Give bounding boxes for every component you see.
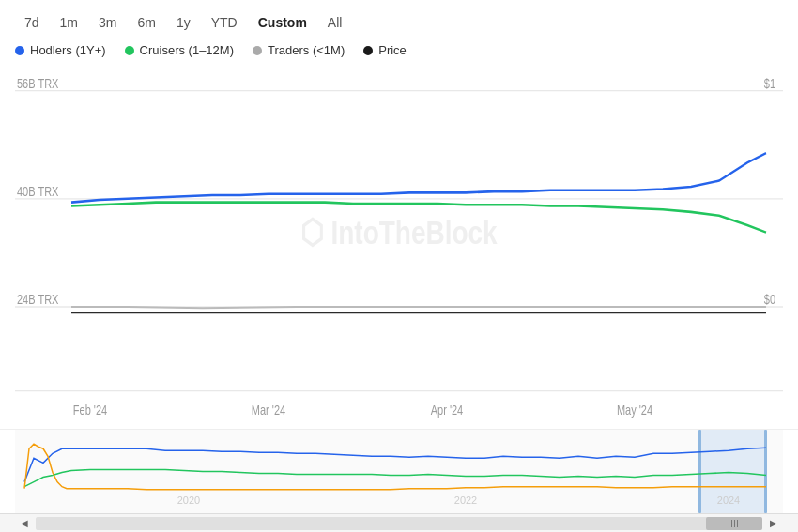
main-chart-svg: ⬡ IntoTheBlock 56B TRX 40B TRX 24B TRX $… (15, 67, 783, 427)
btn-ytd[interactable]: YTD (202, 11, 247, 34)
scroll-right-arrow[interactable]: ▶ (764, 514, 783, 533)
navigator-svg: 2020 2022 2024 (15, 430, 783, 513)
btn-7d[interactable]: 7d (15, 11, 49, 34)
legend-hodlers: Hodlers (1Y+) (15, 43, 106, 57)
price-dot (363, 46, 373, 55)
cruisers-dot (125, 46, 134, 55)
scroll-left-arrow[interactable]: ◀ (15, 514, 34, 533)
btn-all[interactable]: All (318, 11, 352, 34)
btn-6m[interactable]: 6m (128, 11, 164, 34)
svg-text:Feb '24: Feb '24 (73, 403, 107, 418)
legend-traders: Traders (<1M) (253, 43, 345, 57)
time-range-toolbar: 7d 1m 3m 6m 1y YTD Custom All (0, 11, 798, 43)
legend-cruisers: Cruisers (1–12M) (125, 43, 234, 57)
svg-text:2024: 2024 (717, 494, 740, 506)
svg-rect-17 (764, 430, 767, 513)
svg-text:$0: $0 (764, 293, 775, 308)
hodlers-label: Hodlers (1Y+) (30, 43, 106, 57)
svg-text:2020: 2020 (177, 494, 200, 506)
chart-container: 7d 1m 3m 6m 1y YTD Custom All Hodlers (1… (0, 0, 798, 532)
svg-text:24B TRX: 24B TRX (17, 293, 59, 308)
svg-text:2022: 2022 (454, 494, 477, 506)
scroll-track[interactable] (36, 517, 762, 530)
cruisers-label: Cruisers (1–12M) (140, 43, 234, 57)
traders-label: Traders (<1M) (268, 43, 345, 57)
svg-text:$1: $1 (764, 77, 775, 92)
svg-text:⬡ IntoTheBlock: ⬡ IntoTheBlock (300, 214, 497, 251)
scroll-thumb[interactable] (706, 517, 762, 530)
navigator[interactable]: 2020 2022 2024 (0, 429, 798, 513)
svg-text:56B TRX: 56B TRX (17, 77, 59, 92)
svg-text:40B TRX: 40B TRX (17, 185, 59, 200)
btn-1y[interactable]: 1y (167, 11, 200, 34)
traders-dot (253, 46, 262, 55)
legend-price: Price (363, 43, 407, 57)
btn-custom[interactable]: Custom (249, 11, 316, 34)
main-chart: ⬡ IntoTheBlock 56B TRX 40B TRX 24B TRX $… (0, 67, 798, 427)
btn-1m[interactable]: 1m (51, 11, 87, 34)
svg-text:Mar '24: Mar '24 (252, 403, 285, 418)
btn-3m[interactable]: 3m (89, 11, 126, 34)
chart-legend: Hodlers (1Y+) Cruisers (1–12M) Traders (… (0, 43, 798, 67)
svg-text:Apr '24: Apr '24 (431, 403, 463, 418)
scrollbar[interactable]: ◀ ▶ (0, 513, 798, 532)
price-label: Price (378, 43, 407, 57)
svg-text:May '24: May '24 (617, 403, 652, 418)
svg-rect-14 (15, 430, 783, 513)
hodlers-dot (15, 46, 24, 55)
svg-rect-16 (698, 430, 701, 513)
